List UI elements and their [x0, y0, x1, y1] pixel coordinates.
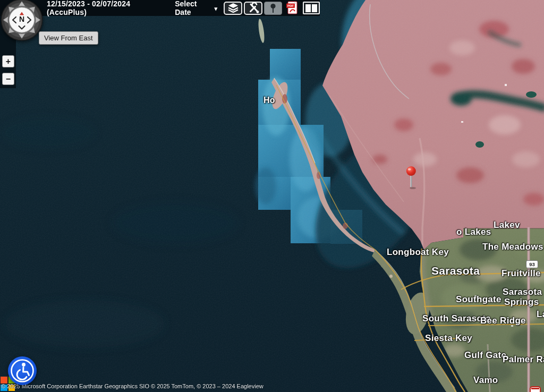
- map-label-o-lakes: o Lakes: [456, 227, 491, 237]
- map-application-window: Ho Longboat Key o Lakes Lakev The Meadow…: [0, 0, 544, 392]
- compass-tooltip: View From East: [39, 31, 98, 45]
- layers-icon: [227, 2, 239, 14]
- pdf-icon: PDF: [285, 1, 300, 15]
- map-label-palmer-ranch: Palmer Ra: [503, 354, 544, 365]
- pushpin-button[interactable]: [264, 2, 282, 15]
- select-date-label: Select Date: [175, 0, 211, 16]
- highway-shield-partial: [530, 386, 541, 392]
- zoom-in-button[interactable]: +: [2, 55, 14, 67]
- map-attribution: © 2025 Microsoft Corporation Earthstar G…: [1, 383, 264, 389]
- map-label-the-meadows: The Meadows: [482, 242, 543, 252]
- map-label-lakev: Lakev: [494, 220, 520, 231]
- tools-button[interactable]: [244, 2, 262, 15]
- map-label-sarasota-springs-line2: Springs: [504, 297, 539, 308]
- map-label-longboat-key: Longboat Key: [387, 247, 449, 258]
- route-93-shield: 93: [526, 260, 538, 268]
- map-label-ho: Ho: [264, 96, 275, 105]
- compass-north-label: N: [19, 15, 24, 23]
- toolbar-buttons: PDF: [224, 1, 320, 16]
- split-right-pane: [312, 4, 317, 12]
- tools-icon: [248, 2, 259, 14]
- zoom-out-button[interactable]: −: [2, 73, 14, 85]
- chevron-down-icon: ▾: [214, 5, 217, 12]
- map-label-gulf-gate: Gulf Gate: [464, 350, 506, 361]
- map-label-vamo: Vamo: [473, 375, 498, 386]
- map-label-sarasota-springs-line1: Sarasota: [503, 287, 542, 297]
- map-label-siesta-key: Siesta Key: [425, 333, 472, 344]
- select-date-dropdown[interactable]: Select Date ▾: [175, 0, 217, 16]
- map-label-bee-ridge: Bee Ridge: [480, 316, 526, 326]
- svg-text:PDF: PDF: [287, 4, 294, 7]
- map-label-fruitville: Fruitville: [502, 268, 541, 279]
- layers-button[interactable]: [224, 2, 242, 15]
- map-label-southgate: Southgate: [456, 294, 502, 305]
- date-range-label[interactable]: 12/15/2023 - 02/07/2024 (AccuPlus): [47, 0, 163, 16]
- map-label-sarasota: Sarasota: [431, 265, 480, 277]
- split-view-button[interactable]: [303, 2, 320, 14]
- export-pdf-button[interactable]: PDF: [284, 1, 301, 16]
- split-left-pane: [305, 4, 311, 12]
- toolbar: 12/15/2023 - 02/07/2024 (AccuPlus) Selec…: [0, 0, 320, 16]
- ms-logo-red-square: [1, 377, 7, 384]
- map-pin[interactable]: [403, 165, 420, 190]
- map-label-la-partial: La: [537, 309, 544, 320]
- accessibility-button[interactable]: [8, 356, 37, 385]
- compass-control[interactable]: N: [0, 0, 44, 41]
- pushpin-icon: [267, 2, 279, 14]
- accessibility-wheelchair-icon: [8, 356, 37, 385]
